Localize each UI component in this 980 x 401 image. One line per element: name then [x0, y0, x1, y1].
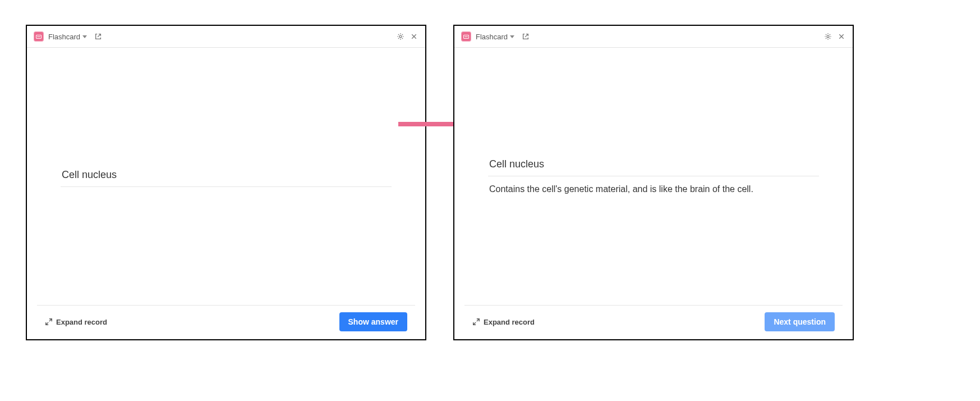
next-question-button[interactable]: Next question: [765, 312, 835, 331]
panel-body: Cell nucleus Expand record Show answer: [27, 48, 425, 339]
close-icon[interactable]: [410, 32, 418, 41]
flashcard-answer: Contains the cell's genetic material, an…: [488, 176, 819, 198]
panel-header: Flashcard: [454, 26, 853, 48]
flashcard-question: Cell nucleus: [488, 155, 819, 176]
panel-body: Cell nucleus Contains the cell's genetic…: [454, 48, 853, 339]
expand-record-button[interactable]: Expand record: [472, 318, 535, 326]
expand-icon: [472, 318, 480, 326]
expand-record-label: Expand record: [56, 318, 107, 326]
flashcard-app-icon: [461, 31, 471, 42]
flashcard-question: Cell nucleus: [61, 166, 392, 187]
gear-icon[interactable]: [396, 32, 405, 41]
app-name: Flashcard: [476, 33, 508, 41]
open-external-icon[interactable]: [94, 32, 103, 41]
close-icon[interactable]: [837, 32, 846, 41]
app-name: Flashcard: [48, 33, 80, 41]
open-external-icon[interactable]: [521, 32, 530, 41]
expand-record-button[interactable]: Expand record: [45, 318, 107, 326]
panel-header: Flashcard: [27, 26, 425, 48]
svg-point-1: [827, 35, 829, 38]
flashcard-panel-question: Flashcard: [26, 25, 426, 340]
panel-footer: Expand record Show answer: [37, 305, 415, 339]
chevron-down-icon[interactable]: [82, 35, 87, 38]
panel-footer: Expand record Next question: [464, 305, 843, 339]
gear-icon[interactable]: [823, 32, 832, 41]
show-answer-button[interactable]: Show answer: [339, 312, 407, 331]
flashcard-panel-answer: Flashcard: [453, 25, 854, 340]
svg-point-0: [399, 35, 402, 38]
expand-icon: [45, 318, 53, 326]
flashcard-app-icon: [34, 31, 44, 42]
chevron-down-icon[interactable]: [510, 35, 514, 38]
expand-record-label: Expand record: [484, 318, 535, 326]
